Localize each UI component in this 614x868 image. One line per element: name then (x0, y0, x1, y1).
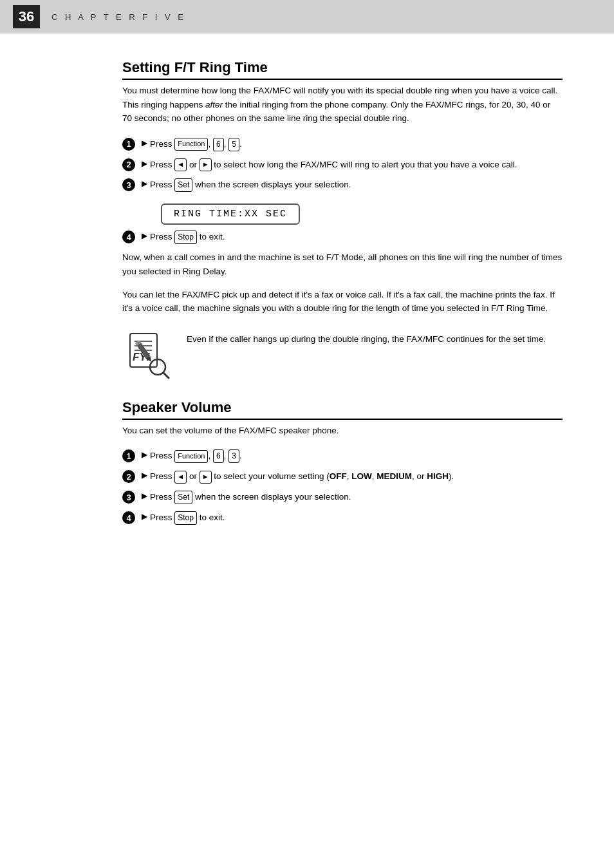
step1-arrow: ▶ (142, 138, 147, 147)
step4-content: Press Stop to exit. (150, 230, 225, 244)
function-key: Function (174, 138, 208, 151)
vol-step4-content: Press Stop to exit. (150, 511, 225, 525)
set-key-2: Set (174, 491, 192, 504)
step3-arrow: ▶ (142, 179, 147, 188)
vol-step3-arrow: ▶ (142, 491, 147, 500)
left-arrow-key-2: ◄ (174, 471, 187, 484)
section-speaker-volume: Speaker Volume You can set the volume of… (122, 399, 563, 525)
right-arrow-key: ► (200, 158, 212, 171)
step1-press-label: Press (150, 139, 172, 149)
chapter-title: C H A P T E R F I V E (51, 12, 186, 22)
step2-content: Press ◄ or ► to select how long the FAX/… (150, 158, 517, 172)
key-6-vol: 6 (213, 449, 224, 463)
step3-content: Press Set when the screen displays your … (150, 178, 351, 192)
vol-step1-arrow: ▶ (142, 450, 147, 459)
left-arrow-key: ◄ (174, 158, 187, 171)
step-4: 4 ▶ Press Stop to exit. (122, 230, 563, 244)
page: 36 C H A P T E R F I V E Setting F/T Rin… (0, 0, 614, 868)
function-key-2: Function (174, 450, 208, 463)
vol-step-1: 1 ▶ Press Function, 6, 3. (122, 449, 563, 463)
section2-title: Speaker Volume (122, 399, 563, 420)
section1-intro: You must determine how long the FAX/MFC … (122, 84, 563, 126)
fyi-text: Even if the caller hangs up during the d… (187, 328, 546, 346)
section2-intro: You can set the volume of the FAX/MFC sp… (122, 424, 563, 438)
para2: You can let the FAX/MFC pick up and dete… (122, 288, 563, 316)
step-1: 1 ▶ Press Function, 6, 5. (122, 137, 563, 151)
right-arrow-key-2: ► (200, 471, 212, 484)
svg-line-9 (163, 373, 169, 378)
key-3: 3 (228, 449, 239, 463)
set-key-1: Set (174, 178, 192, 192)
vol-step-3: 3 ▶ Press Set when the screen displays y… (122, 490, 563, 504)
chapter-number: 36 (13, 5, 40, 28)
key-6: 6 (213, 138, 224, 151)
fyi-section: FYI Even if the caller hangs up during t… (122, 328, 563, 380)
step-3: 3 ▶ Press Set when the screen displays y… (122, 178, 563, 192)
section1-title: Setting F/T Ring Time (122, 59, 563, 80)
header-bar: 36 C H A P T E R F I V E (0, 0, 614, 33)
vol-step-2: 2 ▶ Press ◄ or ► to select your volume s… (122, 469, 563, 484)
para1: Now, when a call comes in and the machin… (122, 250, 563, 278)
stop-key-1: Stop (174, 231, 197, 244)
section-ft-ring-time: Setting F/T Ring Time You must determine… (122, 59, 563, 380)
vol-step2-content: Press ◄ or ► to select your volume setti… (150, 469, 454, 484)
step-2: 2 ▶ Press ◄ or ► to select how long the … (122, 158, 563, 172)
stop-key-2: Stop (174, 511, 197, 525)
vol-step4-arrow: ▶ (142, 512, 147, 521)
step1-content: Press Function, 6, 5. (150, 137, 242, 151)
vol-step3-content: Press Set when the screen displays your … (150, 490, 351, 504)
vol-step2-arrow: ▶ (142, 471, 147, 480)
step4-arrow: ▶ (142, 231, 147, 240)
fyi-icon: FYI (122, 328, 174, 380)
vol-step1-content: Press Function, 6, 3. (150, 449, 242, 463)
key-5: 5 (228, 138, 239, 151)
content-area: Setting F/T Ring Time You must determine… (0, 33, 614, 570)
step2-arrow: ▶ (142, 159, 147, 168)
vol-step-4: 4 ▶ Press Stop to exit. (122, 511, 563, 525)
lcd-display: RING TIME:XX SEC (161, 203, 300, 225)
